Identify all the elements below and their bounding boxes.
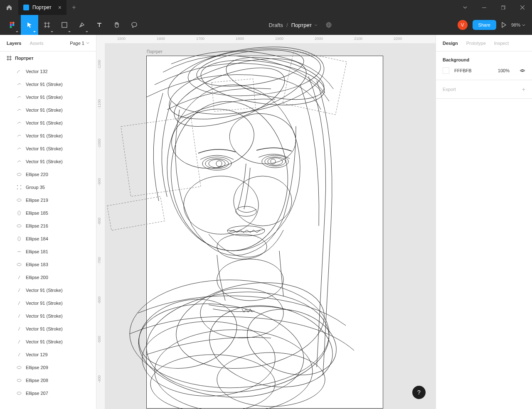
layer-item[interactable]: Group 35 — [0, 181, 96, 193]
layer-item[interactable]: Vector 91 (Stroke) — [0, 309, 96, 322]
layer-name: Vector 91 (Stroke) — [26, 95, 63, 100]
page-selector[interactable]: Page 1 — [70, 41, 89, 46]
layer-type-icon — [17, 159, 22, 164]
background-color-value[interactable]: FFFBFB — [454, 68, 493, 73]
chevron-down-icon[interactable] — [456, 0, 475, 15]
svg-point-53 — [142, 284, 333, 399]
export-label: Export — [443, 87, 456, 92]
layer-item[interactable]: Vector 91 (Stroke) — [0, 296, 96, 309]
layer-item[interactable]: Ellipse 185 — [0, 206, 96, 219]
svg-point-38 — [184, 176, 259, 234]
svg-point-34 — [167, 85, 300, 251]
visibility-icon[interactable] — [520, 68, 525, 73]
breadcrumb-root[interactable]: Drafts — [268, 22, 283, 28]
zoom-control[interactable]: 98% — [511, 22, 525, 27]
background-opacity[interactable]: 100% — [498, 68, 510, 73]
svg-point-19 — [17, 263, 21, 266]
layer-item[interactable]: Ellipse 181 — [0, 245, 96, 258]
canvas[interactable]: 15001600170018001900200021002200 -1200-1… — [96, 35, 436, 409]
layer-item[interactable]: Vector 91 (Stroke) — [0, 335, 96, 348]
file-name[interactable]: Портрет — [291, 22, 318, 28]
layer-name: Vector 91 (Stroke) — [26, 339, 63, 344]
ruler-tick: -1100 — [97, 99, 101, 109]
svg-point-36 — [167, 103, 259, 175]
layer-item[interactable]: Ellipse 207 — [0, 387, 96, 399]
comment-tool-button[interactable] — [126, 15, 143, 35]
svg-point-16 — [18, 211, 20, 215]
user-avatar[interactable]: V — [458, 20, 468, 30]
layer-name: Ellipse 209 — [26, 365, 48, 370]
add-export-icon[interactable]: + — [522, 86, 525, 93]
export-section[interactable]: Export + — [436, 80, 532, 99]
assets-tab[interactable]: Assets — [30, 41, 43, 46]
layer-item[interactable]: Ellipse 183 — [0, 258, 96, 271]
ruler-tick: -400 — [97, 375, 101, 383]
svg-rect-7 — [62, 22, 67, 27]
layer-name: Vector 91 (Stroke) — [26, 326, 63, 331]
layer-item[interactable]: Vector 91 (Stroke) — [0, 142, 96, 155]
layer-item[interactable]: Vector 91 (Stroke) — [0, 155, 96, 168]
design-tab[interactable]: Design — [443, 41, 458, 46]
layer-item[interactable]: Ellipse 200 — [0, 271, 96, 284]
layer-item[interactable]: Vector 91 (Stroke) — [0, 91, 96, 103]
new-tab-button[interactable]: + — [66, 0, 81, 15]
ruler-tick: 1700 — [196, 37, 204, 41]
inspect-tab[interactable]: Inspect — [494, 41, 509, 46]
layer-item[interactable]: Ellipse 184 — [0, 232, 96, 245]
layer-item[interactable]: Vector 91 (Stroke) — [0, 116, 96, 129]
tab-close-icon[interactable]: × — [58, 4, 62, 11]
svg-rect-14 — [20, 189, 21, 189]
shape-tool-button[interactable] — [56, 15, 73, 35]
layer-item[interactable]: Ellipse 209 — [0, 361, 96, 374]
layer-type-icon — [17, 326, 22, 331]
ruler-tick: -700 — [97, 257, 101, 265]
layer-item[interactable]: Ellipse 208 — [0, 374, 96, 387]
layer-item[interactable]: Ellipse 219 — [0, 193, 96, 206]
layer-type-icon — [17, 288, 22, 293]
layer-item[interactable]: Ellipse 220 — [0, 168, 96, 181]
layer-item[interactable]: Vector 91 (Stroke) — [0, 78, 96, 91]
svg-point-50 — [217, 234, 267, 259]
window-minimize-button[interactable] — [475, 0, 494, 15]
move-tool-button[interactable] — [21, 15, 38, 35]
ruler-tick: -900 — [97, 178, 101, 186]
globe-icon[interactable] — [326, 22, 332, 28]
hand-tool-button[interactable] — [108, 15, 126, 35]
layers-list: Портрет Vector 132Vector 91 (Stroke)Vect… — [0, 51, 96, 409]
file-tab[interactable]: Портрет × — [18, 0, 66, 15]
svg-point-17 — [17, 225, 21, 227]
svg-point-55 — [169, 272, 331, 379]
frame-tool-button[interactable] — [38, 15, 56, 35]
layer-type-icon — [17, 352, 22, 357]
background-color-swatch[interactable] — [443, 67, 449, 74]
text-tool-button[interactable] — [91, 15, 108, 35]
layer-type-icon — [17, 365, 22, 370]
layer-name: Ellipse 184 — [26, 236, 48, 241]
window-maximize-button[interactable] — [494, 0, 513, 15]
home-button[interactable] — [0, 0, 18, 15]
layer-item[interactable]: Ellipse 216 — [0, 219, 96, 232]
tab-title: Портрет — [32, 5, 52, 10]
figma-file-icon — [23, 5, 29, 10]
layer-name: Vector 91 (Stroke) — [26, 313, 63, 318]
layer-item[interactable]: Vector 91 (Stroke) — [0, 103, 96, 116]
layer-name: Vector 91 (Stroke) — [26, 120, 63, 125]
layer-item[interactable]: Vector 91 (Stroke) — [0, 322, 96, 335]
prototype-tab[interactable]: Prototype — [466, 41, 486, 46]
layer-item[interactable]: Vector 129 — [0, 348, 96, 361]
present-button[interactable] — [501, 22, 506, 28]
help-button[interactable]: ? — [412, 386, 426, 399]
frame-layer[interactable]: Портрет — [0, 51, 96, 65]
layers-tab[interactable]: Layers — [7, 41, 21, 46]
pen-tool-button[interactable] — [73, 15, 91, 35]
toolbar: Drafts / Портрет V Share 98% — [0, 15, 532, 35]
layer-item[interactable]: Vector 132 — [0, 65, 96, 78]
ruler-tick: -800 — [97, 218, 101, 225]
window-close-button[interactable] — [513, 0, 532, 15]
svg-point-20 — [17, 366, 21, 369]
share-button[interactable]: Share — [473, 20, 496, 30]
figma-menu-button[interactable] — [3, 15, 21, 35]
layer-item[interactable]: Vector 91 (Stroke) — [0, 129, 96, 142]
layer-type-icon — [17, 69, 22, 74]
layer-item[interactable]: Vector 91 (Stroke) — [0, 284, 96, 296]
